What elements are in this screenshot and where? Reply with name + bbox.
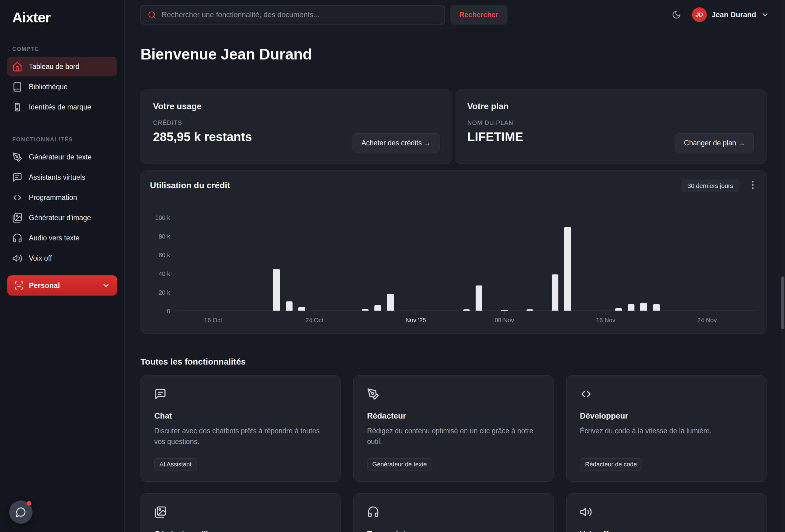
usage-card-title: Votre usage: [153, 101, 440, 111]
date-range-selector[interactable]: 30 derniers jours: [681, 179, 739, 192]
feature-card-image-generator[interactable]: Générateur d'image: [141, 493, 341, 532]
x-tick-label: 08 Nov: [495, 317, 514, 324]
feature-description: Discuter avec des chatbots prêts à répon…: [154, 426, 327, 447]
x-tick-mark: [707, 311, 707, 314]
brand-badge-icon: [12, 102, 22, 112]
feature-title: Chat: [154, 411, 327, 421]
features-grid: Chat Discuter avec des chatbots prêts à …: [141, 375, 767, 532]
theme-toggle-button[interactable]: [672, 10, 681, 19]
y-tick-label: 0: [167, 308, 170, 315]
app-root: Aixter COMPTE Tableau de bord Bibliothèq…: [0, 0, 785, 532]
book-icon: [12, 82, 22, 92]
chart-bar: [653, 304, 660, 311]
x-tick-label: 24 Nov: [697, 317, 717, 324]
sidebar-item-label: Générateur de texte: [29, 153, 92, 161]
change-plan-button[interactable]: Changer de plan →: [675, 133, 754, 152]
y-tick-label: 60 k: [158, 252, 170, 259]
workspace-selector[interactable]: Personal: [7, 275, 117, 296]
features-heading: Toutes les fonctionnalités: [141, 357, 246, 367]
search-input[interactable]: [161, 10, 437, 19]
y-tick-label: 40 k: [158, 271, 170, 278]
sidebar-section-account: COMPTE: [12, 46, 117, 52]
x-tick-mark: [213, 311, 213, 314]
sidebar-item-programming[interactable]: Programmation: [7, 188, 117, 207]
code-icon: [12, 193, 22, 203]
chart-plot: [175, 218, 758, 311]
credit-usage-chart-card: Utilisation du crédit 30 derniers jours …: [141, 171, 767, 334]
search-button[interactable]: Rechercher: [450, 5, 507, 25]
sidebar-item-dashboard[interactable]: Tableau de bord: [7, 57, 117, 76]
sidebar-item-label: Voix off: [29, 254, 52, 262]
pen-icon: [367, 388, 379, 400]
feature-card-voice-over[interactable]: Voix off: [566, 493, 767, 532]
sidebar-item-label: Assistants virtuels: [29, 173, 85, 181]
feature-title: Voix off: [580, 529, 753, 532]
sidebar-nav-features: Générateur de texte Assistants virtuels …: [7, 147, 117, 268]
sidebar-item-audio-to-text[interactable]: Audio vers texte: [7, 228, 117, 248]
chart-title: Utilisation du crédit: [150, 181, 230, 191]
speaker-icon: [580, 506, 592, 518]
feature-title: Développeur: [580, 411, 753, 421]
headphones-icon: [367, 506, 379, 518]
chart-bar: [564, 227, 571, 311]
sidebar-item-label: Audio vers texte: [29, 234, 79, 242]
sidebar: Aixter COMPTE Tableau de bord Bibliothèq…: [0, 0, 125, 532]
plan-card-title: Votre plan: [467, 101, 754, 111]
avatar: JD: [692, 7, 707, 22]
y-tick-label: 80 k: [158, 233, 170, 240]
workspace-label: Personal: [29, 281, 60, 290]
sidebar-item-virtual-assistants[interactable]: Assistants virtuels: [7, 168, 117, 187]
chart-bar: [552, 274, 558, 311]
sidebar-item-voice-over[interactable]: Voix off: [7, 248, 117, 268]
chart-bar: [640, 303, 647, 311]
code-icon: [580, 388, 592, 400]
feature-tag: Générateur de texte: [367, 458, 432, 471]
speaker-icon: [12, 253, 22, 263]
kebab-menu-icon: [747, 179, 758, 191]
headphones-icon: [12, 233, 22, 243]
sidebar-item-image-generator[interactable]: Générateur d'image: [7, 208, 117, 228]
home-icon: [12, 61, 22, 72]
usage-card-label: CRÉDITS: [153, 119, 440, 126]
feature-title: Rédacteur: [367, 411, 540, 421]
sidebar-item-label: Identités de marque: [29, 103, 91, 111]
sidebar-item-label: Bibliothèque: [29, 83, 68, 91]
x-tick-mark: [314, 311, 314, 314]
feature-title: Générateur d'image: [154, 529, 327, 532]
chart-bar: [476, 285, 482, 311]
support-chat-button[interactable]: [9, 500, 32, 524]
feature-card-transcriber[interactable]: Transcripteur: [353, 493, 554, 532]
feature-card-chat[interactable]: Chat Discuter avec des chatbots prêts à …: [141, 375, 341, 482]
chart-menu-button[interactable]: [747, 179, 758, 191]
x-tick-mark: [504, 311, 505, 314]
header-actions: JD Jean Durand: [672, 5, 769, 25]
sidebar-item-brand-identities[interactable]: Identités de marque: [7, 97, 117, 117]
sidebar-item-library[interactable]: Bibliothèque: [7, 77, 117, 97]
feature-tag: Rédacteur de code: [580, 458, 642, 471]
x-tick-label: 16 Oct: [204, 317, 222, 324]
y-tick-label: 20 k: [158, 289, 170, 296]
chart-bar: [527, 309, 533, 311]
images-icon: [154, 506, 167, 518]
chart-x-axis: 16 Oct24 OctNov '2508 Nov16 Nov24 Nov: [175, 317, 758, 325]
buy-credits-button[interactable]: Acheter des crédits →: [353, 133, 440, 152]
pen-icon: [12, 152, 22, 162]
sidebar-item-text-generator[interactable]: Générateur de texte: [7, 147, 117, 167]
chart-bar: [298, 307, 305, 311]
scrollbar-track: [781, 0, 785, 532]
chat-bubble-icon: [15, 507, 26, 517]
scrollbar-thumb[interactable]: [781, 277, 784, 329]
user-menu[interactable]: JD Jean Durand: [692, 7, 769, 22]
chart-bar: [273, 269, 280, 311]
feature-card-developer[interactable]: Développeur Écrivez du code à la vitesse…: [566, 375, 767, 482]
stats-row: Votre usage CRÉDITS 285,95 k restants Ac…: [141, 90, 767, 164]
chart-bar: [463, 309, 470, 311]
sidebar-item-label: Tableau de bord: [29, 62, 79, 71]
sidebar-section-features: FONCTIONNALITÉS: [12, 136, 117, 143]
search-icon: [148, 11, 156, 19]
chevron-down-icon: [102, 281, 110, 290]
feature-card-writer[interactable]: Rédacteur Rédigez du contenu optimisé en…: [353, 375, 554, 482]
face-scan-icon: [14, 281, 24, 290]
sidebar-nav-account: Tableau de bord Bibliothèque Identités d…: [7, 57, 117, 117]
usage-card: Votre usage CRÉDITS 285,95 k restants Ac…: [141, 90, 452, 164]
